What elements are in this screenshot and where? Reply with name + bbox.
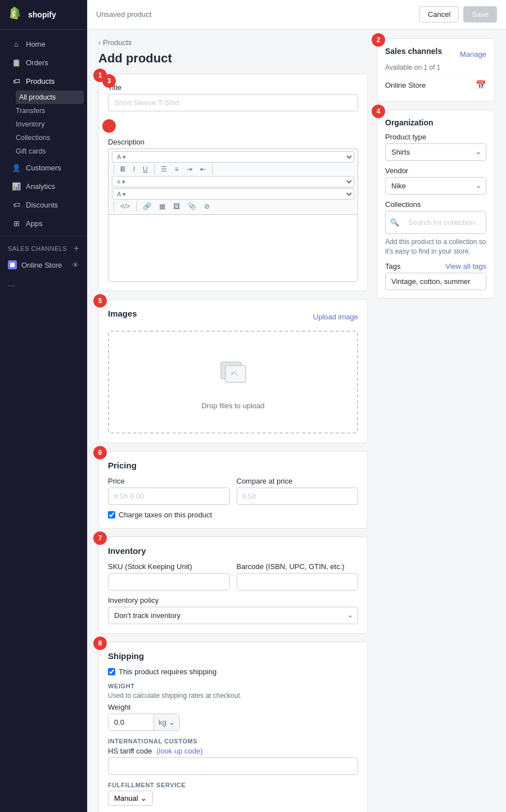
sidebar-logo-text: shopify xyxy=(28,10,56,19)
pricing-title: Pricing xyxy=(108,461,358,470)
submenu-all-products[interactable]: All products xyxy=(16,91,84,104)
compare-price-label: Compare at price xyxy=(237,477,359,485)
svg-point-3 xyxy=(231,372,233,375)
requires-shipping-checkbox[interactable] xyxy=(108,668,115,675)
sidebar-item-products[interactable]: 🏷 Products xyxy=(3,72,84,90)
rte-underline-button[interactable]: U xyxy=(139,164,151,175)
product-type-select[interactable]: Shirts xyxy=(385,143,486,161)
rte-align-select[interactable]: ≡ ▾ xyxy=(112,176,354,187)
title-input[interactable] xyxy=(108,94,358,111)
online-store-channel-name: Online Store xyxy=(385,81,426,89)
topbar-cancel-button[interactable]: Cancel xyxy=(419,6,459,22)
sidebar-item-orders[interactable]: 📋 Orders xyxy=(3,53,84,71)
svg-rect-0 xyxy=(10,263,15,267)
sales-channels-header: SALES CHANNELS + xyxy=(0,240,87,258)
topbar-save-button[interactable]: Save xyxy=(463,6,497,22)
submenu-gift-cards[interactable]: Gift cards xyxy=(16,145,87,158)
submenu-collections[interactable]: Collections xyxy=(16,131,87,145)
add-sales-channel-button[interactable]: + xyxy=(74,243,79,254)
description-section: 3 Description A ▾ B I U ☰ ≡ ⇥ xyxy=(108,119,358,282)
sidebar-item-label: Apps xyxy=(26,219,43,228)
compare-price-input[interactable] xyxy=(237,488,359,505)
price-input[interactable] xyxy=(108,488,230,505)
rte-bold-button[interactable]: B xyxy=(117,164,129,175)
rte-color-select[interactable]: A ▾ xyxy=(112,188,354,200)
sidebar-item-label: Analytics xyxy=(26,182,55,191)
rte-format-select[interactable]: A ▾ xyxy=(112,151,354,163)
apps-icon: ⊞ xyxy=(11,218,21,228)
breadcrumb-label: Products xyxy=(103,38,132,47)
pricing-fields: Price Compare at price xyxy=(108,477,358,505)
tags-input[interactable] xyxy=(385,273,486,290)
calendar-icon[interactable]: 📅 xyxy=(476,80,486,90)
inventory-policy-group: Inventory policy Don't track inventory xyxy=(108,596,358,624)
topbar-title: Unsaved product xyxy=(96,10,151,19)
step-7-badge: 7 xyxy=(93,531,107,545)
tags-label: Tags xyxy=(385,262,400,270)
lookup-code-link[interactable]: (look up code) xyxy=(156,747,202,755)
rte-indent-button[interactable]: ⇥ xyxy=(183,164,196,175)
collections-search-box[interactable]: 🔍 xyxy=(385,211,486,234)
shipping-card: 8 Shipping This product requires shippin… xyxy=(98,642,368,812)
weight-unit-selector[interactable]: kg ⌄ xyxy=(153,714,179,730)
rte-toolbar: A ▾ B I U ☰ ≡ ⇥ ⇤ ≡ ▾ xyxy=(108,148,358,214)
vendor-label: Vendor xyxy=(385,166,486,175)
rte-body[interactable] xyxy=(108,214,358,282)
rte-source-button[interactable]: </> xyxy=(117,201,133,212)
rte-italic-button[interactable]: I xyxy=(130,164,138,175)
customs-section-label: INTERNATIONAL CUSTOMS xyxy=(108,738,358,745)
online-store-icon xyxy=(8,260,17,269)
rte-ol-button[interactable]: ≡ xyxy=(171,164,182,175)
collections-search-icon: 🔍 xyxy=(390,218,399,227)
image-upload-area[interactable]: Drop files to upload xyxy=(108,331,358,434)
requires-shipping-label[interactable]: This product requires shipping xyxy=(119,667,216,676)
sku-input[interactable] xyxy=(108,573,230,590)
barcode-field-group: Barcode (ISBN, UPC, GTIN, etc.) xyxy=(237,562,359,590)
sidebar-item-customers[interactable]: 👤 Customers xyxy=(3,159,84,177)
collections-search-input[interactable] xyxy=(403,214,481,231)
rte-outdent-button[interactable]: ⇤ xyxy=(197,164,209,175)
orders-icon: 📋 xyxy=(11,57,21,67)
sales-channels-card-header: Sales channels Manage xyxy=(385,47,486,61)
images-header: Images Upload image xyxy=(108,309,358,325)
hs-tariff-input[interactable] xyxy=(108,757,358,775)
vendor-select[interactable]: Nike xyxy=(385,177,486,195)
inventory-policy-label: Inventory policy xyxy=(108,596,358,605)
sidebar-logo[interactable]: shopify xyxy=(0,0,87,30)
submenu-transfers[interactable]: Transfers xyxy=(16,104,87,118)
submenu-inventory[interactable]: Inventory xyxy=(16,118,87,131)
breadcrumb[interactable]: ‹ Products xyxy=(98,38,368,47)
sidebar-item-analytics[interactable]: 📊 Analytics xyxy=(3,177,84,195)
view-all-tags-button[interactable]: View all tags xyxy=(445,262,486,270)
sidebar-online-store[interactable]: Online Store 👁 xyxy=(0,258,87,272)
products-icon: 🏷 xyxy=(11,76,21,86)
page-title: Add product xyxy=(98,51,368,66)
collections-hint: Add this product to a collection so it's… xyxy=(385,237,486,256)
rte-table-button[interactable]: ▦ xyxy=(156,201,169,212)
sidebar-item-label: Orders xyxy=(26,58,48,67)
rte-image-button[interactable]: 🖼 xyxy=(170,201,183,212)
sidebar-item-home[interactable]: ⌂ Home xyxy=(3,35,84,53)
rte-link-button[interactable]: 🔗 xyxy=(139,201,155,212)
topbar: Unsaved product Cancel Save xyxy=(87,0,506,29)
rte-clear-button[interactable]: ⊘ xyxy=(201,201,213,212)
weight-input[interactable] xyxy=(109,714,153,730)
rte-attachment-button[interactable]: 📎 xyxy=(184,201,200,212)
fulfillment-dropdown[interactable]: Manual ⌄ xyxy=(108,791,153,806)
step-3-badge-inner: 3 xyxy=(102,74,116,88)
step-6-badge: 6 xyxy=(93,446,107,459)
manage-channels-button[interactable]: Manage xyxy=(460,50,486,58)
upload-image-button[interactable]: Upload image xyxy=(313,313,358,321)
sidebar-item-discounts[interactable]: 🏷 Discounts xyxy=(3,196,84,214)
topbar-actions: Cancel Save xyxy=(419,6,497,22)
tags-group: Tags View all tags xyxy=(385,262,486,290)
sales-channels-title: Sales channels xyxy=(385,47,442,56)
tax-checkbox[interactable] xyxy=(108,511,115,518)
barcode-input[interactable] xyxy=(237,573,359,590)
inventory-policy-wrapper: Don't track inventory xyxy=(108,607,358,624)
sidebar-item-apps[interactable]: ⊞ Apps xyxy=(3,214,84,232)
tax-label[interactable]: Charge taxes on this product xyxy=(119,511,212,519)
right-sidebar: 2 Sales channels Manage Available on 1 o… xyxy=(377,38,495,812)
rte-ul-button[interactable]: ☰ xyxy=(157,164,170,175)
inventory-policy-select[interactable]: Don't track inventory xyxy=(108,607,358,624)
